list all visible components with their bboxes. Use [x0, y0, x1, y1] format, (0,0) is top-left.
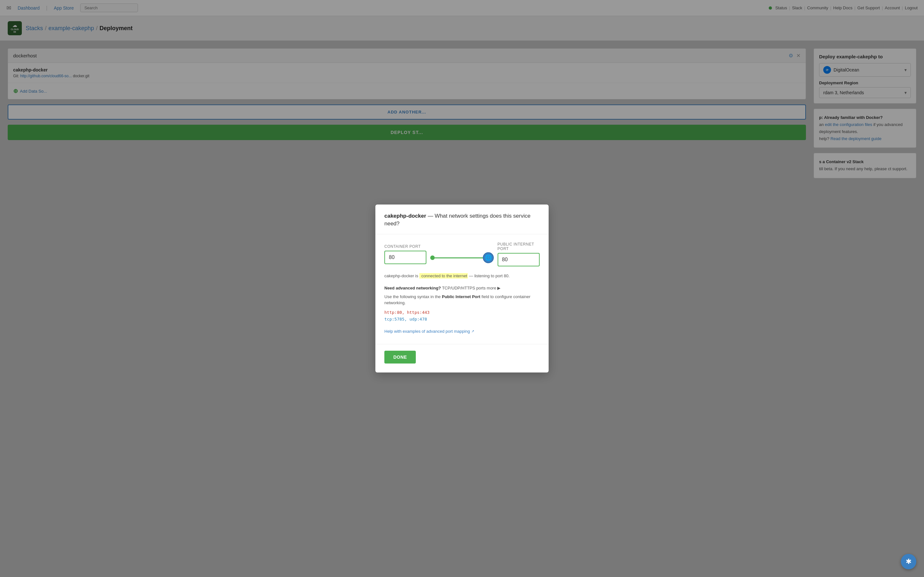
arrow-icon: ▶	[497, 285, 501, 290]
modal-title: cakephp-docker — What network settings d…	[384, 212, 540, 227]
modal-body: Container Port 🌐 Public Internet Port ca…	[375, 234, 549, 342]
container-port-input[interactable]	[384, 251, 426, 264]
port-connector: 🌐	[430, 252, 493, 263]
container-port-field: Container Port	[384, 244, 426, 264]
modal-overlay[interactable]: cakephp-docker — What network settings d…	[0, 0, 924, 577]
code-line-2: tcp:5785, udp:478	[384, 317, 540, 322]
modal-header: cakephp-docker — What network settings d…	[375, 205, 549, 234]
external-link-icon: ↗	[471, 329, 474, 334]
advanced-label: Need advanced networking?	[384, 285, 441, 290]
port-row: Container Port 🌐 Public Internet Port	[384, 242, 540, 266]
public-port-field: Public Internet Port	[498, 242, 540, 266]
container-port-label: Container Port	[384, 244, 426, 249]
code-line-1: http:80, https:443	[384, 310, 540, 315]
advanced-field-bold: Public Internet Port	[442, 294, 480, 299]
advanced-description: Use the following syntax in the Public I…	[384, 293, 540, 306]
public-port-input[interactable]	[498, 253, 540, 266]
support-icon: ✱	[906, 558, 911, 566]
connected-highlight-text: connected to the internet	[421, 273, 468, 279]
public-port-label: Public Internet Port	[498, 242, 540, 251]
advanced-networking: Need advanced networking? TCP/UDP/HTTPS …	[384, 285, 540, 290]
connector-start-dot	[430, 255, 435, 260]
help-link-text: Help with examples of advanced port mapp…	[384, 329, 470, 334]
advanced-port-mapping-link[interactable]: Help with examples of advanced port mapp…	[384, 329, 474, 334]
modal-service-name: cakephp-docker	[384, 213, 426, 219]
done-button[interactable]: DONE	[384, 351, 416, 364]
connected-suffix-text: — listening to port 80.	[469, 274, 509, 278]
connected-message: cakephp-docker is connected to the inter…	[384, 273, 540, 279]
support-widget[interactable]: ✱	[901, 554, 916, 569]
advanced-desc-text: TCP/UDP/HTTPS ports more	[442, 285, 496, 290]
modal-footer: DONE	[375, 344, 549, 372]
modal: cakephp-docker — What network settings d…	[375, 205, 549, 372]
connected-prefix: cakephp-docker is	[384, 274, 418, 278]
connector-line	[435, 258, 483, 258]
globe-icon: 🌐	[483, 252, 494, 263]
advanced-help-text: Use the following syntax in the	[384, 294, 441, 299]
